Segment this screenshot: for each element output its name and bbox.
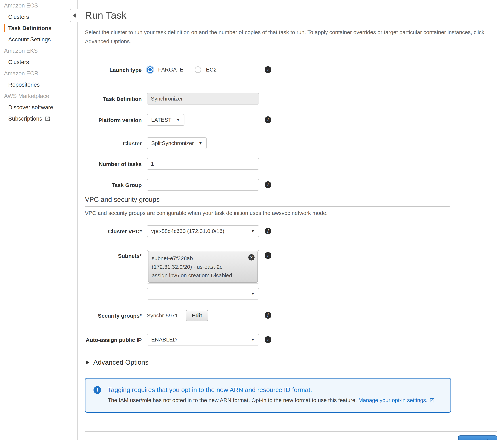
auto-assign-public-ip-select[interactable]: ENABLED ▼ [147,334,259,345]
advanced-options-label: Advanced Options [93,359,148,366]
info-glyph: i [267,253,269,258]
sidebar-collapse-button[interactable] [70,9,78,22]
add-subnet-select[interactable]: ▼ [147,288,259,300]
info-icon[interactable]: i [265,228,271,234]
cancel-button[interactable]: Cancel [431,439,449,440]
remove-subnet-icon[interactable]: ✕ [248,254,255,261]
vpc-section-title: VPC and security groups [85,196,497,203]
task-group-row: Task Group i [85,179,497,191]
info-glyph: i [267,67,269,72]
info-glyph: i [267,313,269,318]
close-glyph: ✕ [250,253,253,262]
sidebar-item-label: Discover software [8,104,53,111]
sidebar-item-account-settings[interactable]: Account Settings [0,34,77,45]
manage-opt-in-settings-link[interactable]: Manage your opt-in settings. [358,397,435,403]
page-title: Run Task [85,10,497,21]
ec2-radio[interactable] [195,66,201,73]
subnet-tag-line1: subnet-e7f328ab [152,254,245,262]
info-icon[interactable]: i [265,336,271,343]
page-description: Select the cluster to run your task defi… [85,28,496,46]
sidebar-item-repositories[interactable]: Repositories [0,79,77,91]
info-icon[interactable]: i [265,116,271,123]
cluster-vpc-label: Cluster VPC* [85,225,142,235]
info-glyph: i [267,229,269,234]
task-group-input[interactable] [147,179,259,191]
run-task-button[interactable]: Run Task [458,435,497,440]
subnets-selected-list: subnet-e7f328ab (172.31.32.0/20) - us-ea… [147,250,259,284]
caret-down-icon: ▼ [176,118,180,122]
task-definition-label: Task Definition [85,93,142,103]
fargate-radio-label[interactable]: FARGATE [158,67,183,73]
info-glyph: i [267,337,269,342]
launch-type-label: Launch type [85,64,142,74]
ec2-radio-label[interactable]: EC2 [206,67,216,73]
sidebar-item-label: Subscriptions [8,115,42,122]
vpc-section-divider [85,206,450,207]
sidebar-item-subscriptions[interactable]: Subscriptions [0,113,77,124]
alert-link-label: Manage your opt-in settings. [358,397,428,403]
alert-title: Tagging requires that you opt in to the … [108,386,435,394]
subnet-tag: subnet-e7f328ab (172.31.32.0/20) - us-ea… [148,251,258,283]
sidebar-item-label: Repositories [8,82,40,88]
number-of-tasks-row: Number of tasks [85,158,497,170]
info-icon[interactable]: i [265,252,271,259]
vpc-form: Cluster VPC* vpc-58d4c630 (172.31.0.0/16… [85,225,497,345]
advanced-options-divider [85,372,450,372]
cluster-vpc-value: vpc-58d4c630 (172.31.0.0/16) [151,228,224,234]
edit-security-groups-button[interactable]: Edit [186,310,208,321]
info-icon: i [93,386,101,394]
sidebar-item-label: Account Settings [8,36,51,43]
number-of-tasks-input[interactable] [147,158,259,170]
cluster-row: Cluster SplitSynchronizer ▼ [85,137,497,149]
cluster-vpc-row: Cluster VPC* vpc-58d4c630 (172.31.0.0/16… [85,225,497,237]
sidebar-header-label: Amazon EKS [4,48,38,54]
sidebar-header-amazon-ecs: Amazon ECS [0,0,77,11]
alert-body-text: The IAM user/role has not opted in to th… [108,397,357,403]
header-divider [85,24,497,24]
cluster-select[interactable]: SplitSynchronizer ▼ [147,137,207,149]
task-definition-input [147,93,259,105]
caret-down-icon: ▼ [251,229,255,233]
info-icon[interactable]: i [265,66,271,73]
sidebar-item-ecs-clusters[interactable]: Clusters [0,11,77,23]
fargate-radio[interactable] [147,66,153,73]
main-content: Run Task Select the cluster to run your … [85,0,497,440]
auto-assign-public-ip-row: Auto-assign public IP ENABLED ▼ i [85,334,497,345]
sidebar-header-amazon-eks: Amazon EKS [0,45,77,56]
sidebar: Amazon ECS Clusters Task Definitions Acc… [0,0,77,440]
info-icon[interactable]: i [265,181,271,188]
info-glyph: i [97,387,98,393]
subnet-tag-line3: assign ipv6 on creation: Disabled [152,271,245,280]
info-icon[interactable]: i [265,312,271,319]
sidebar-item-eks-clusters[interactable]: Clusters [0,56,77,68]
advanced-options-toggle[interactable]: Advanced Options [85,359,497,366]
number-of-tasks-label: Number of tasks [85,158,142,168]
sidebar-header-amazon-ecr: Amazon ECR [0,68,77,79]
task-group-label: Task Group [85,179,142,189]
security-group-value: Synchr-5971 [147,313,178,319]
sidebar-item-discover-software[interactable]: Discover software [0,102,77,113]
platform-version-value: LATEST [151,117,172,123]
info-glyph: i [267,117,269,122]
sidebar-divider [77,0,78,440]
chevron-left-icon [73,14,76,17]
caret-down-icon: ▼ [251,291,255,296]
auto-assign-public-ip-value: ENABLED [151,337,177,343]
external-link-icon [429,398,435,403]
sidebar-item-task-definitions[interactable]: Task Definitions [0,23,77,34]
info-glyph: i [267,182,269,187]
platform-version-select[interactable]: LATEST ▼ [147,114,185,126]
run-task-page: Amazon ECS Clusters Task Definitions Acc… [0,0,504,440]
cluster-vpc-select[interactable]: vpc-58d4c630 (172.31.0.0/16) ▼ [147,225,259,237]
platform-version-row: Platform version LATEST ▼ i [85,114,497,126]
launch-type-row: Launch type FARGATE EC2 i [85,64,497,76]
subnets-label: Subnets* [85,250,142,260]
caret-down-icon: ▼ [199,141,202,145]
footer-divider [85,431,497,432]
external-link-icon [45,116,51,122]
launch-type-options: FARGATE EC2 [147,64,259,76]
sidebar-header-aws-marketplace: AWS Marketplace [0,91,77,102]
run-task-form: Launch type FARGATE EC2 i Task Definitio… [85,64,497,191]
security-groups-row: Security groups* Synchr-5971 Edit i [85,310,497,322]
subnets-row: Subnets* subnet-e7f328ab (172.31.32.0/20… [85,250,497,300]
